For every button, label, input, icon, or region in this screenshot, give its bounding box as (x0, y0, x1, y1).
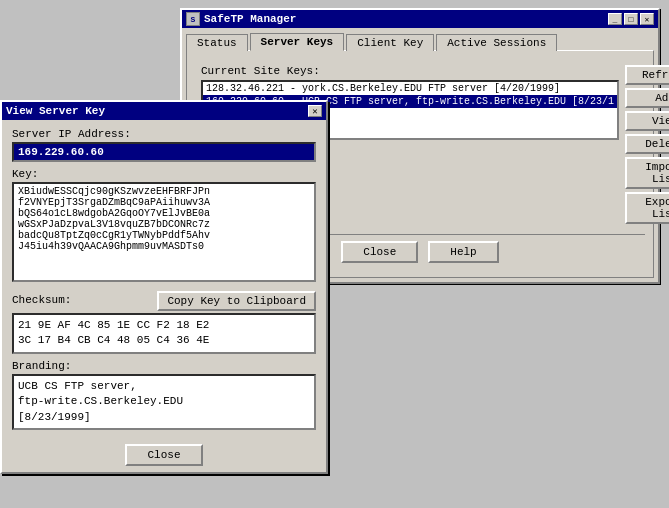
tab-client-key[interactable]: Client Key (346, 34, 434, 51)
safetp-app-icon: S (186, 12, 200, 26)
branding-text: UCB CS FTP server, ftp-write.CS.Berkeley… (18, 379, 310, 425)
checksum-section: Checksum: Copy Key to Clipboard 21 9E AF… (12, 291, 316, 354)
view-button[interactable]: View (625, 111, 669, 131)
checksum-line-2: 3C 17 B4 CB C4 48 05 C4 36 4E (18, 333, 310, 348)
copy-key-clipboard-button[interactable]: Copy Key to Clipboard (157, 291, 316, 311)
export-list-button[interactable]: Export List (625, 192, 669, 224)
view-key-body: Server IP Address: 169.229.60.60 Key: Ch… (2, 120, 326, 438)
add-button[interactable]: Add (625, 88, 669, 108)
delete-button[interactable]: Delete (625, 134, 669, 154)
tab-active-sessions[interactable]: Active Sessions (436, 34, 557, 51)
titlebar-title-group: S SafeTP Manager (186, 12, 296, 26)
import-list-button[interactable]: Import List (625, 157, 669, 189)
key-textarea[interactable] (12, 182, 316, 282)
branding-box: UCB CS FTP server, ftp-write.CS.Berkeley… (12, 374, 316, 430)
tabs-container: Status Server Keys Client Key Active Ses… (182, 28, 658, 50)
checksum-line-1: 21 9E AF 4C 85 1E CC F2 18 E2 (18, 318, 310, 333)
buttons-section: Refresh Add View Delete Import List Expo… (625, 65, 669, 224)
refresh-button[interactable]: Refresh (625, 65, 669, 85)
safetp-close-button[interactable]: Close (341, 241, 418, 263)
safetp-help-button[interactable]: Help (428, 241, 498, 263)
view-key-titlebar: View Server Key ✕ (2, 102, 326, 120)
view-server-key-dialog: View Server Key ✕ Server IP Address: 169… (0, 100, 328, 474)
titlebar-controls: _ □ ✕ (608, 13, 654, 25)
key-label: Key: (12, 168, 316, 180)
checksum-label: Checksum: (12, 294, 71, 306)
minimize-button[interactable]: _ (608, 13, 622, 25)
view-key-close-row: Close (2, 438, 326, 472)
close-button[interactable]: ✕ (640, 13, 654, 25)
view-key-close-button[interactable]: Close (125, 444, 202, 466)
safetp-titlebar: S SafeTP Manager _ □ ✕ (182, 10, 658, 28)
safetp-title-text: SafeTP Manager (204, 13, 296, 25)
view-key-close-x-button[interactable]: ✕ (308, 105, 322, 117)
key-item-0[interactable]: 128.32.46.221 - york.CS.Berkeley.EDU FTP… (203, 82, 617, 95)
keys-section-label: Current Site Keys: (201, 65, 619, 77)
view-key-title-text: View Server Key (6, 105, 105, 117)
tab-server-keys[interactable]: Server Keys (250, 33, 345, 51)
tab-status[interactable]: Status (186, 34, 248, 51)
ip-address-value: 169.229.60.60 (12, 142, 316, 162)
checksum-box: 21 9E AF 4C 85 1E CC F2 18 E2 3C 17 B4 C… (12, 313, 316, 354)
maximize-button[interactable]: □ (624, 13, 638, 25)
ip-address-label: Server IP Address: (12, 128, 316, 140)
branding-label: Branding: (12, 360, 316, 372)
